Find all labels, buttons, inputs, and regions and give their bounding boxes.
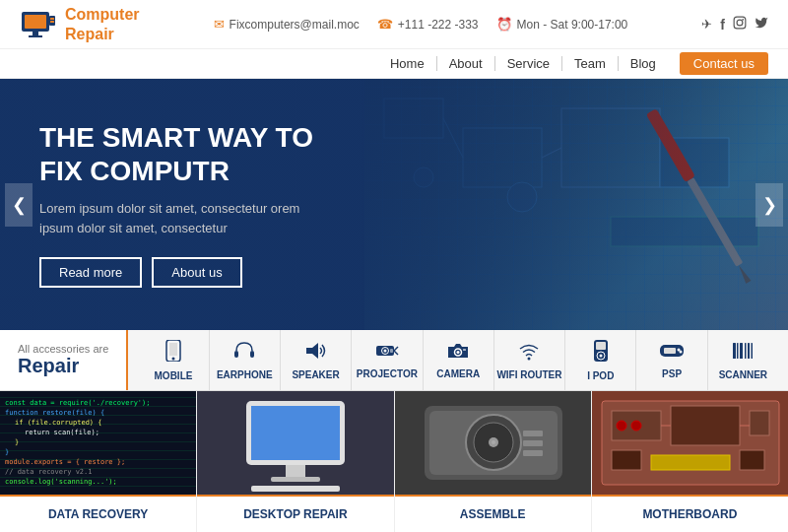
- svg-point-86: [617, 421, 626, 431]
- nav-service[interactable]: Service: [495, 56, 562, 71]
- desktop-repair-image: [197, 391, 393, 495]
- hero-prev-button[interactable]: ❮: [5, 183, 33, 227]
- psp-label: PSP: [662, 368, 682, 379]
- ipod-label: I POD: [587, 370, 614, 381]
- contact-info: ✉ Fixcomputers@mail.moc ☎ +111 -222 -333…: [214, 17, 628, 32]
- svg-line-33: [394, 351, 398, 355]
- motherboard-image: [592, 391, 788, 495]
- svg-text:console.log('scanning...');: console.log('scanning...');: [5, 478, 117, 486]
- mobile-label: MOBILE: [155, 370, 193, 381]
- hero-description: Lorem ipsum dolor sit amet, consectetur …: [39, 199, 335, 237]
- svg-rect-31: [390, 349, 393, 353]
- svg-rect-81: [671, 406, 740, 445]
- contact-button[interactable]: Contact us: [680, 52, 768, 75]
- repair-bar: All accessories are Repair MOBILE: [0, 330, 788, 391]
- all-accessories-text: All accessories are: [18, 343, 108, 355]
- svg-rect-52: [0, 391, 196, 495]
- card-data-recovery[interactable]: const data = require('./recovery'); func…: [0, 391, 196, 532]
- wifi-icon: [518, 341, 540, 366]
- svg-rect-1: [25, 15, 46, 29]
- svg-rect-49: [745, 343, 747, 359]
- svg-rect-65: [286, 465, 305, 477]
- logo-line2: Repair: [65, 25, 140, 43]
- telegram-icon[interactable]: ✈: [701, 17, 712, 32]
- mobile-icon: [164, 340, 182, 366]
- code-bg: const data = require('./recovery'); func…: [0, 391, 196, 495]
- svg-rect-83: [612, 450, 641, 470]
- card-motherboard-title: MOTHERBOARD: [592, 495, 788, 532]
- svg-text:}: }: [15, 438, 19, 446]
- svg-point-9: [742, 19, 744, 21]
- repair-item-earphone[interactable]: EARPHONE: [210, 330, 281, 391]
- card-desktop-repair[interactable]: DESKTOP REPAIR: [196, 391, 393, 532]
- facebook-icon[interactable]: f: [720, 17, 725, 33]
- svg-rect-48: [740, 343, 743, 359]
- about-us-button[interactable]: About us: [152, 257, 241, 288]
- top-bar: Computer Repair ✉ Fixcomputers@mail.moc …: [0, 0, 788, 49]
- svg-point-8: [737, 20, 743, 26]
- hdd-bg: [395, 391, 591, 495]
- card-assemble[interactable]: ASSEMBLE: [394, 391, 591, 532]
- svg-rect-51: [752, 343, 754, 359]
- phone-icon: ☎: [377, 17, 393, 32]
- svg-rect-6: [50, 21, 54, 23]
- repair-item-camera[interactable]: CAMERA: [424, 330, 494, 391]
- ipod-icon: [593, 340, 609, 366]
- camera-icon: [447, 342, 469, 365]
- repair-label: All accessories are Repair: [0, 330, 128, 390]
- nav-links: Home About Service Team Blog: [378, 56, 668, 71]
- svg-text:}: }: [5, 448, 9, 456]
- svg-point-45: [680, 350, 683, 353]
- svg-point-24: [171, 357, 174, 360]
- repair-item-wifi[interactable]: WIFI ROUTER: [494, 330, 565, 391]
- svg-marker-27: [306, 343, 318, 359]
- earphone-icon: [233, 341, 255, 366]
- nav-about[interactable]: About: [437, 56, 495, 71]
- desktop-bg: [197, 391, 393, 495]
- svg-rect-43: [664, 348, 676, 354]
- repair-item-mobile[interactable]: MOBILE: [138, 330, 209, 391]
- svg-point-37: [528, 357, 531, 360]
- svg-text:function restore(file) {: function restore(file) {: [5, 409, 104, 417]
- hero-content: THE SMART WAY TO FIX COMPUTR Lorem ipsum…: [0, 92, 374, 317]
- psp-icon: [659, 342, 685, 365]
- repair-item-ipod[interactable]: I POD: [565, 330, 636, 391]
- svg-rect-66: [271, 477, 320, 482]
- svg-text:if (file.corrupted) {: if (file.corrupted) {: [15, 419, 102, 427]
- social-icons: ✈ f: [701, 16, 768, 33]
- svg-point-87: [631, 421, 641, 431]
- nav-home[interactable]: Home: [378, 56, 437, 71]
- logo-line1: Computer: [65, 5, 140, 24]
- earphone-label: EARPHONE: [217, 369, 273, 380]
- logo-text: Computer Repair: [65, 5, 140, 42]
- data-recovery-image: const data = require('./recovery'); func…: [0, 391, 196, 495]
- svg-rect-39: [596, 342, 606, 350]
- hero-next-button[interactable]: ❯: [755, 183, 783, 227]
- card-motherboard[interactable]: MOTHERBOARD: [591, 391, 788, 532]
- svg-rect-50: [748, 343, 750, 359]
- svg-rect-64: [251, 406, 340, 460]
- repair-item-scanner[interactable]: SCANNER: [708, 330, 778, 391]
- repair-item-projector[interactable]: PROJECTOR: [352, 330, 423, 391]
- svg-rect-23: [169, 343, 177, 356]
- logo: Computer Repair: [20, 5, 140, 42]
- nav-blog[interactable]: Blog: [619, 56, 668, 71]
- svg-point-30: [383, 349, 386, 352]
- repair-title: Repair: [18, 355, 108, 377]
- nav-team[interactable]: Team: [562, 56, 619, 71]
- twitter-icon[interactable]: [755, 16, 768, 33]
- svg-rect-85: [740, 450, 764, 470]
- repair-items: MOBILE EARPHONE SPEAKER: [128, 330, 788, 391]
- svg-rect-2: [33, 32, 38, 35]
- svg-text:return scan(file);: return scan(file);: [25, 429, 99, 436]
- assemble-image: [395, 391, 591, 495]
- repair-item-speaker[interactable]: SPEAKER: [281, 330, 352, 391]
- email-icon: ✉: [214, 17, 225, 32]
- instagram-icon[interactable]: [733, 16, 747, 33]
- card-assemble-title: ASSEMBLE: [395, 495, 591, 532]
- read-more-button[interactable]: Read more: [39, 257, 142, 288]
- logo-icon: [20, 6, 57, 43]
- repair-item-psp[interactable]: PSP: [636, 330, 707, 391]
- svg-point-74: [492, 440, 495, 444]
- scanner-icon: [732, 341, 754, 366]
